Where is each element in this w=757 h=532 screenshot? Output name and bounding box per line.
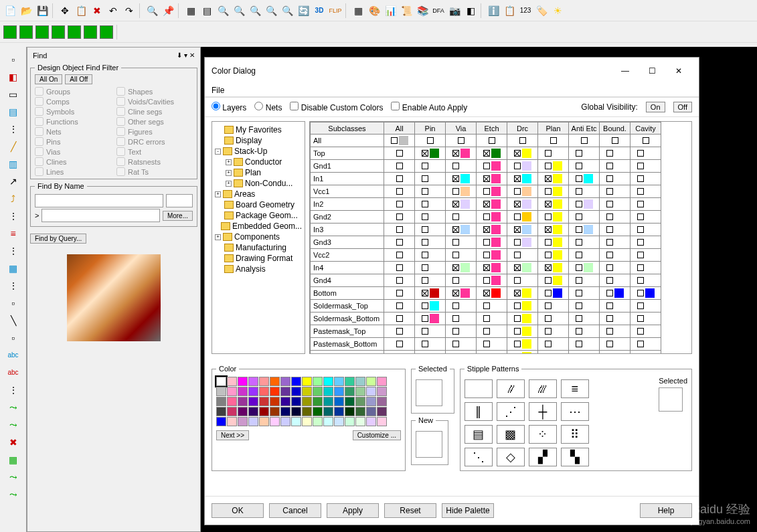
tree-item[interactable]: +Non-Condu... (215, 178, 302, 189)
color-cell[interactable] (630, 274, 661, 287)
zoom-window-icon[interactable]: 🔍 (264, 3, 278, 18)
color-cell[interactable] (384, 160, 415, 173)
pin-icon[interactable]: 📌 (161, 3, 175, 18)
more-button[interactable]: More... (163, 211, 193, 221)
color-cell[interactable] (569, 262, 600, 274)
color-cell[interactable] (415, 224, 446, 236)
tree-expand-icon[interactable]: + (226, 181, 232, 187)
grid2-icon[interactable]: ▤ (199, 3, 214, 18)
color-cell[interactable] (538, 262, 569, 274)
color-cell[interactable] (538, 300, 569, 313)
color-cell[interactable] (446, 325, 477, 338)
color-cell[interactable] (446, 160, 477, 173)
color-cell[interactable] (569, 185, 600, 198)
palette-swatch[interactable] (291, 417, 301, 426)
tree-item[interactable]: Embedded Geom... (215, 221, 302, 232)
zoom-prev-icon[interactable]: 🔍 (280, 3, 295, 18)
color-cell[interactable] (446, 211, 477, 224)
color-cell[interactable] (384, 211, 415, 224)
palette-swatch[interactable] (302, 417, 312, 426)
next-button[interactable]: Next >> (216, 430, 249, 440)
color-cell[interactable] (600, 313, 630, 325)
color-cell[interactable] (477, 351, 507, 355)
cancel-button[interactable]: Cancel (269, 503, 321, 518)
stipple-dots1[interactable]: ⋰ (497, 402, 525, 421)
color-cell[interactable] (507, 262, 538, 274)
color-cell[interactable] (415, 249, 446, 262)
color-cell[interactable] (630, 325, 661, 338)
box2-icon[interactable] (19, 25, 33, 39)
color-cell[interactable] (415, 338, 446, 351)
tree-item[interactable]: Analysis (215, 264, 302, 274)
color-cell[interactable] (446, 300, 477, 313)
palette-swatch[interactable] (291, 397, 301, 406)
flip-icon[interactable]: FLIP (328, 3, 343, 18)
global-on-button[interactable]: On (646, 102, 665, 112)
color-cell[interactable] (415, 351, 446, 355)
palette-swatch[interactable] (334, 417, 344, 426)
color-cell[interactable] (384, 249, 415, 262)
filter-cline-segs[interactable]: Cline segs (116, 107, 193, 116)
palette-swatch[interactable] (216, 397, 226, 406)
find-by-query-button[interactable]: Find by Query... (30, 234, 86, 244)
color-cell[interactable] (415, 262, 446, 274)
palette-swatch[interactable] (334, 407, 344, 416)
ok-button[interactable]: OK (212, 503, 264, 518)
cam-icon[interactable]: 📷 (447, 3, 462, 18)
palette-swatch[interactable] (377, 397, 387, 406)
color-cell[interactable] (600, 351, 630, 355)
color-cell[interactable] (538, 173, 569, 185)
color-cell[interactable] (569, 135, 600, 147)
enable-auto-checkbox[interactable]: Enable Auto Apply (391, 102, 467, 112)
palette-swatch[interactable] (302, 377, 312, 386)
color-cell[interactable] (477, 262, 507, 274)
palette-swatch[interactable] (238, 397, 248, 406)
all-off-button[interactable]: All Off (65, 74, 92, 84)
palette-swatch[interactable] (377, 377, 387, 386)
stipple-horiz[interactable]: ≡ (561, 379, 589, 398)
palette-swatch[interactable] (216, 407, 226, 416)
color-cell[interactable] (538, 338, 569, 351)
color-cell[interactable] (384, 262, 415, 274)
palette-swatch[interactable] (259, 407, 269, 416)
color-cell[interactable] (477, 236, 507, 249)
filter-clines[interactable]: Clines (35, 157, 111, 166)
color-cell[interactable] (569, 287, 600, 300)
tree-expand-icon[interactable]: - (215, 149, 221, 155)
palette-swatch[interactable] (377, 407, 387, 416)
palette-swatch[interactable] (248, 397, 258, 406)
palette-swatch[interactable] (355, 407, 365, 416)
help-button[interactable]: Help (640, 503, 692, 518)
color-cell[interactable] (384, 147, 415, 160)
color-cell[interactable] (538, 313, 569, 325)
color-cell[interactable] (630, 211, 661, 224)
misc-icon[interactable]: ◧ (463, 3, 478, 18)
color-cell[interactable] (384, 198, 415, 211)
color-cell[interactable] (600, 325, 630, 338)
color-cell[interactable] (415, 236, 446, 249)
3d-icon[interactable]: 3D (312, 3, 327, 18)
color-cell[interactable] (569, 173, 600, 185)
palette-swatch[interactable] (334, 387, 344, 396)
color-cell[interactable] (477, 173, 507, 185)
box7-icon[interactable] (99, 25, 114, 39)
color-cell[interactable] (569, 236, 600, 249)
palette-swatch[interactable] (345, 397, 355, 406)
palette-swatch[interactable] (313, 417, 323, 426)
color-cell[interactable] (538, 198, 569, 211)
color-cell[interactable] (569, 325, 600, 338)
color-cell[interactable] (569, 300, 600, 313)
tool-17-icon[interactable]: ▫ (5, 329, 21, 345)
box5-icon[interactable] (67, 25, 82, 39)
grid-icon[interactable]: ▦ (183, 3, 198, 18)
tool-12-icon[interactable]: ⋮ (5, 242, 21, 258)
tool-4-icon[interactable]: ▤ (5, 103, 21, 119)
find-type-dropdown[interactable] (35, 194, 163, 207)
color-cell[interactable] (630, 351, 661, 355)
color-cell[interactable] (507, 249, 538, 262)
new-file-icon[interactable]: 📄 (3, 3, 17, 18)
tool-24-icon[interactable]: ▦ (5, 451, 21, 467)
color-cell[interactable] (538, 135, 569, 147)
info-icon[interactable]: ℹ️ (486, 3, 501, 18)
stipple-diag1[interactable]: ⫽ (497, 379, 525, 398)
